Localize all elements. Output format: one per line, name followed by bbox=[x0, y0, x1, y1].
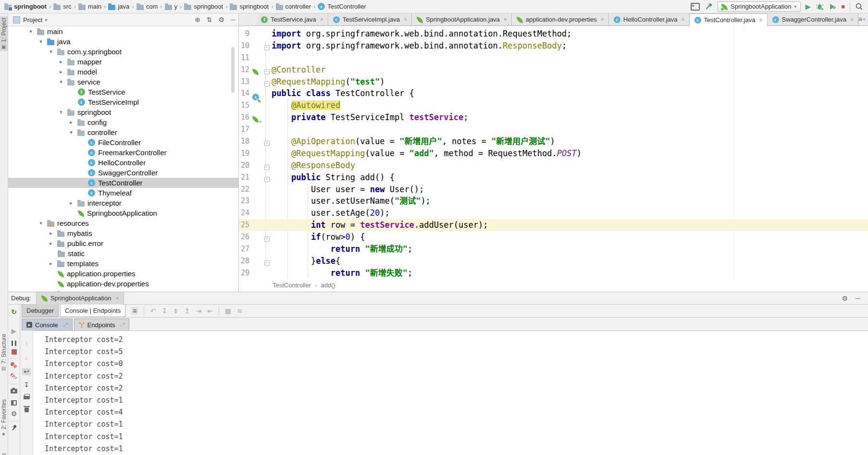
breadcrumb-item-com[interactable]: com bbox=[136, 3, 158, 10]
code-line-27[interactable]: 27 return "新增成功"; bbox=[239, 243, 868, 255]
tree-item-springboot[interactable]: ▾springboot bbox=[8, 107, 238, 117]
code-line-21[interactable]: 21▿ public String add() { bbox=[239, 172, 868, 184]
hamburger-menu-icon[interactable]: ≡ bbox=[131, 307, 138, 315]
pause-icon[interactable] bbox=[8, 340, 20, 347]
code-line-24[interactable]: 24 user.setAge(20); bbox=[239, 207, 868, 219]
thread-dump-camera-icon[interactable] bbox=[8, 388, 20, 394]
hide-panel-icon[interactable]: ─ bbox=[856, 295, 860, 302]
fold-marker-icon[interactable]: ▿ bbox=[264, 236, 270, 242]
code-line-13[interactable]: 13−@RequestMapping("test") bbox=[239, 76, 868, 88]
tree-item-main[interactable]: ▾main bbox=[8, 26, 238, 37]
scroll-to-end-icon[interactable]: ↧ bbox=[20, 381, 33, 389]
close-icon[interactable]: × bbox=[850, 16, 854, 23]
tree-item-TestController[interactable]: cTestController bbox=[8, 178, 238, 188]
tab-HelloController.java[interactable]: cHelloController.java× bbox=[609, 13, 690, 25]
tree-item-controller[interactable]: ▾controller bbox=[8, 127, 238, 137]
tab-TestController.java[interactable]: cTestController.java× bbox=[690, 13, 768, 26]
chevron-right-icon[interactable]: ▸ bbox=[48, 240, 54, 246]
step-down-icon[interactable]: ⇟ bbox=[173, 307, 179, 314]
pin-icon[interactable] bbox=[8, 425, 20, 431]
breadcrumb-item-controller[interactable]: controller bbox=[276, 3, 311, 10]
code-line-28[interactable]: 28− }else{ bbox=[239, 255, 868, 267]
breadcrumb-item-main[interactable]: main bbox=[78, 3, 101, 10]
code-line-26[interactable]: 26▿ if(row>0) { bbox=[239, 231, 868, 243]
tree-item-HelloController[interactable]: cHelloController bbox=[8, 158, 238, 168]
next-occurrence-icon[interactable]: ⇥ bbox=[196, 307, 201, 314]
debug-session-tab[interactable]: SpringbootApplication × bbox=[36, 292, 124, 305]
run-configuration-select[interactable]: SpringbootApplication ▾ bbox=[718, 1, 801, 12]
code-line-29[interactable]: 29 return "新增失败"; bbox=[239, 267, 868, 279]
tree-item-static[interactable]: static bbox=[8, 248, 238, 258]
clear-console-icon[interactable] bbox=[20, 406, 33, 414]
tab-SwaggerController.java[interactable]: cSwaggerController.java× bbox=[768, 13, 858, 25]
tab-TestServiceImpl.java[interactable]: cTestServiceImpl.java× bbox=[328, 13, 412, 25]
breadcrumb-item-java[interactable]: java bbox=[108, 3, 129, 10]
chevron-right-icon[interactable]: ▸ bbox=[68, 119, 74, 125]
close-icon[interactable]: × bbox=[404, 16, 407, 23]
tree-item-templates[interactable]: ▸templates bbox=[8, 258, 238, 269]
resume-icon[interactable]: ▶ bbox=[8, 328, 20, 334]
project-panel-title[interactable]: Project bbox=[23, 16, 42, 24]
tree-item-config[interactable]: ▸config bbox=[8, 117, 238, 127]
tree-item-TestService[interactable]: ITestService bbox=[8, 87, 238, 97]
tab-list-icon[interactable]: ≡▾ bbox=[858, 15, 868, 23]
close-icon[interactable]: × bbox=[320, 16, 323, 23]
up-arrow-icon[interactable]: ↑ bbox=[20, 340, 33, 347]
mute-breakpoints-icon[interactable] bbox=[8, 373, 20, 381]
tree-item-interceptor[interactable]: ▸interceptor bbox=[8, 198, 238, 208]
grid-icon[interactable]: ▦ bbox=[225, 307, 231, 314]
chevron-right-icon[interactable]: ▸ bbox=[48, 230, 54, 236]
collapse-all-icon[interactable]: ⇅ bbox=[207, 16, 212, 23]
scroll-down-icon[interactable]: ↧ bbox=[161, 307, 167, 314]
breadcrumb-item-springboot[interactable]: springboot bbox=[230, 3, 269, 10]
fold-marker-icon[interactable]: − bbox=[264, 69, 270, 74]
chevron-right-icon[interactable]: ▸ bbox=[58, 59, 64, 65]
close-icon[interactable]: × bbox=[504, 16, 507, 23]
code-line-20[interactable]: 20− @ResponseBody bbox=[239, 160, 868, 172]
close-icon[interactable]: × bbox=[759, 17, 762, 24]
code-line-11[interactable]: 11 bbox=[239, 52, 868, 64]
subtab-console[interactable]: Console →* bbox=[22, 319, 73, 331]
close-icon[interactable]: × bbox=[601, 16, 604, 23]
tool-button-structure[interactable]: ▤ 7: Structure bbox=[0, 332, 8, 372]
tree-item-resources[interactable]: ▾resources bbox=[8, 218, 238, 228]
code-line-18[interactable]: 18▿ @ApiOperation(value = "新增用户", notes … bbox=[239, 135, 868, 148]
chevron-down-icon[interactable]: ▾ bbox=[48, 49, 54, 55]
fold-marker-icon[interactable]: − bbox=[264, 165, 270, 170]
breadcrumb-item-TestController[interactable]: cTestController bbox=[318, 3, 366, 10]
stop-button[interactable]: ■ bbox=[841, 3, 845, 10]
chevron-right-icon[interactable]: ▸ bbox=[48, 260, 54, 267]
locate-file-icon[interactable]: ⊕ bbox=[195, 16, 200, 23]
code-line-14[interactable]: 14cpublic class TestController { bbox=[239, 87, 868, 99]
subtab-endpoints[interactable]: Endpoints →* bbox=[74, 319, 130, 331]
close-icon[interactable]: × bbox=[115, 295, 119, 302]
tab-console-endpoints[interactable]: Console | Endpoints bbox=[60, 305, 125, 317]
chevron-down-icon[interactable]: ▾ bbox=[45, 17, 47, 23]
print-icon[interactable] bbox=[20, 394, 33, 401]
tab-application-dev.properties[interactable]: application-dev.properties× bbox=[512, 13, 609, 25]
tab-SpringbootApplication.java[interactable]: SpringbootApplication.java× bbox=[412, 13, 512, 25]
tree-item-FileController[interactable]: cFileController bbox=[8, 137, 238, 148]
chevron-right-icon[interactable]: ▸ bbox=[68, 200, 74, 206]
code-line-12[interactable]: 12−@Controller bbox=[239, 64, 868, 76]
tree-item-SpringbootApplication[interactable]: SpringbootApplication bbox=[8, 208, 238, 218]
chevron-down-icon[interactable]: ▾ bbox=[37, 220, 44, 226]
tree-item-FreemarkerController[interactable]: cFreemarkerController bbox=[8, 148, 238, 158]
tree-item-java[interactable]: ▾java bbox=[8, 37, 238, 47]
scroll-up-icon[interactable]: ↥ bbox=[185, 307, 190, 314]
breadcrumb-class[interactable]: TestController bbox=[273, 282, 311, 289]
tree-item-model[interactable]: ▸model bbox=[8, 67, 238, 77]
code-editor[interactable]: 9import org.springframework.web.bind.ann… bbox=[239, 26, 868, 279]
breadcrumb-method[interactable]: add() bbox=[321, 282, 335, 289]
fold-marker-icon[interactable]: − bbox=[264, 45, 270, 50]
tree-item-mapper[interactable]: ▸mapper bbox=[8, 57, 238, 67]
gear-icon[interactable]: ⚙ bbox=[8, 410, 20, 417]
tree-item-TestServiceImpl[interactable]: cTestServiceImpl bbox=[8, 97, 238, 107]
tool-button-partial[interactable]: b bbox=[0, 448, 8, 455]
debug-bug-icon[interactable] bbox=[816, 2, 824, 11]
chevron-down-icon[interactable]: ▾ bbox=[37, 38, 44, 45]
project-scrollbar[interactable] bbox=[231, 47, 235, 93]
code-line-15[interactable]: 15 @Autowired bbox=[239, 99, 868, 111]
breadcrumb-item-springboot[interactable]: springboot bbox=[4, 3, 47, 10]
restore-layout-icon[interactable]: ↶ bbox=[150, 307, 156, 314]
